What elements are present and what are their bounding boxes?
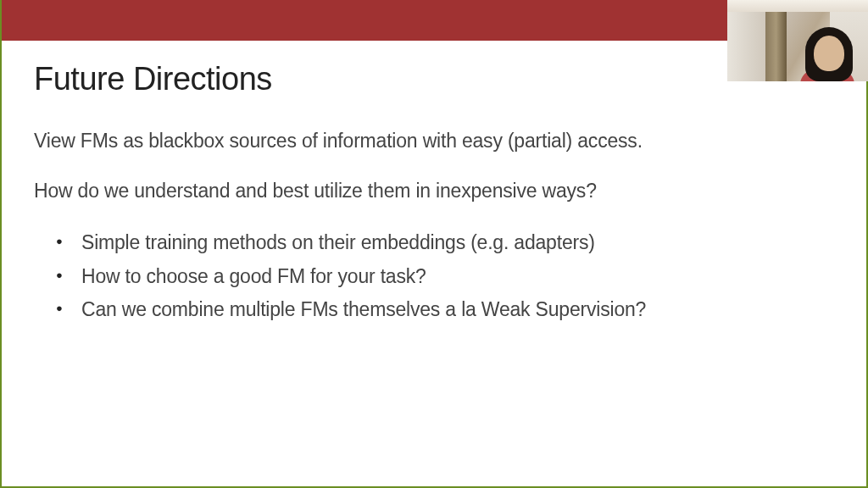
slide-title: Future Directions bbox=[34, 61, 834, 97]
intro-paragraph-2: How do we understand and best utilize th… bbox=[34, 178, 834, 204]
intro-paragraph-1: View FMs as blackbox sources of informat… bbox=[34, 128, 834, 154]
bullet-list: Simple training methods on their embeddi… bbox=[34, 228, 834, 325]
slide-content: Future Directions View FMs as blackbox s… bbox=[0, 41, 868, 349]
bullet-item: Can we combine multiple FMs themselves a… bbox=[81, 295, 834, 325]
presenter-webcam bbox=[727, 0, 868, 81]
bullet-item: How to choose a good FM for your task? bbox=[81, 262, 834, 292]
bullet-item: Simple training methods on their embeddi… bbox=[81, 228, 834, 258]
